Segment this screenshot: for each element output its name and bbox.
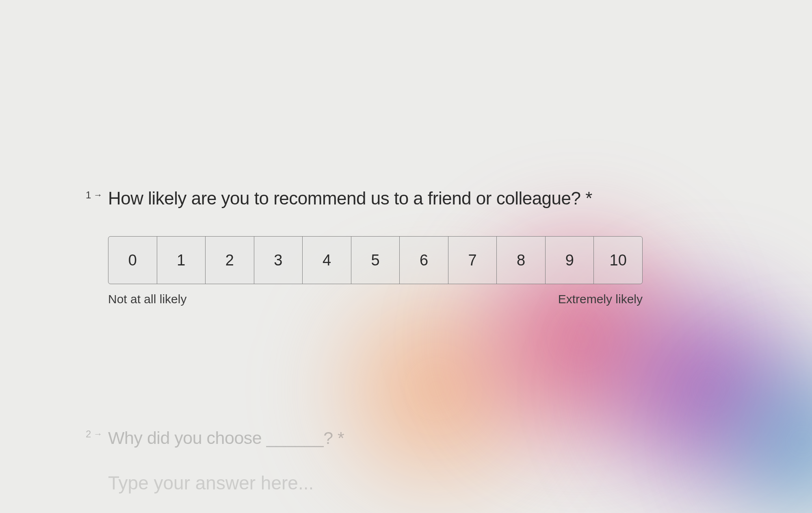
nps-label-low: Not at all likely <box>108 292 186 306</box>
nps-button-group: 0 1 2 3 4 5 6 7 8 9 10 <box>108 236 643 284</box>
nps-option-2[interactable]: 2 <box>206 237 254 284</box>
nps-option-0[interactable]: 0 <box>108 237 157 284</box>
arrow-right-icon: → <box>93 190 102 200</box>
nps-option-4[interactable]: 4 <box>303 237 351 284</box>
question-1-text: How likely are you to recommend us to a … <box>108 186 620 210</box>
nps-label-high: Extremely likely <box>558 292 643 306</box>
nps-option-8[interactable]: 8 <box>497 237 546 284</box>
question-number-value: 2 <box>86 428 91 440</box>
nps-option-6[interactable]: 6 <box>400 237 448 284</box>
arrow-right-icon: → <box>93 429 102 439</box>
nps-option-9[interactable]: 9 <box>546 237 594 284</box>
question-2-block: 2 → Why did you choose ______? * <box>108 426 812 494</box>
question-number-value: 1 <box>86 189 91 201</box>
nps-option-1[interactable]: 1 <box>157 237 206 284</box>
nps-option-10[interactable]: 10 <box>594 237 642 284</box>
question-1-block: 1 → How likely are you to recommend us t… <box>108 186 812 306</box>
nps-labels: Not at all likely Extremely likely <box>108 292 643 306</box>
nps-option-5[interactable]: 5 <box>351 237 400 284</box>
nps-scale: 0 1 2 3 4 5 6 7 8 9 10 Not at all likely… <box>108 236 643 306</box>
question-1-number: 1 → <box>86 189 102 201</box>
question-2-text: Why did you choose ______? * <box>108 426 620 450</box>
answer-input[interactable] <box>108 472 595 494</box>
question-2-number: 2 → <box>86 428 102 440</box>
nps-option-7[interactable]: 7 <box>448 237 497 284</box>
nps-option-3[interactable]: 3 <box>254 237 303 284</box>
